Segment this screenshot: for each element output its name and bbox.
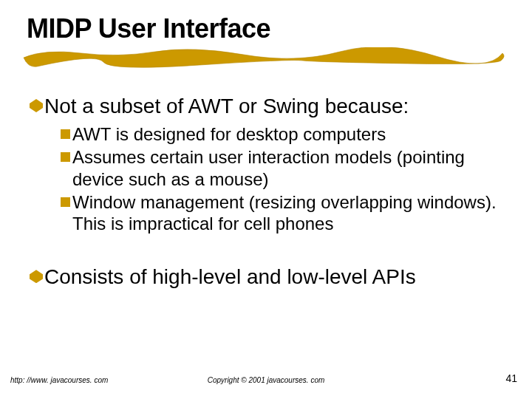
bullet-lvl2: Assumes certain user interaction models …	[61, 146, 505, 190]
bullet-lvl1: Consists of high-level and low-level API…	[30, 264, 505, 290]
bullet-lvl1: Not a subset of AWT or Swing because:	[30, 93, 505, 119]
slide: MIDP User Interface Not a subset of AWT …	[0, 0, 532, 399]
square-bullet-icon	[61, 152, 70, 162]
footer-left: http: //www. javacourses. com	[10, 376, 108, 384]
slide-number: 41	[505, 372, 517, 384]
bullet-text: Window management (resizing overlapping …	[72, 191, 505, 235]
bullet-text: Consists of high-level and low-level API…	[44, 264, 416, 290]
title-underline	[27, 50, 505, 72]
square-bullet-icon	[61, 129, 70, 139]
sub-bullets: AWT is designed for desktop computers As…	[30, 123, 505, 234]
slide-footer: Copyright © 2001 javacourses. com http: …	[0, 372, 532, 384]
slide-body: Not a subset of AWT or Swing because: AW…	[27, 93, 505, 290]
bullet-lvl2: AWT is designed for desktop computers	[61, 123, 505, 145]
square-bullet-icon	[61, 197, 70, 207]
bullet-text: AWT is designed for desktop computers	[72, 123, 386, 145]
bullet-text: Assumes certain user interaction models …	[72, 146, 505, 190]
hex-bullet-icon	[30, 99, 43, 112]
hex-bullet-icon	[30, 270, 43, 283]
bullet-lvl2: Window management (resizing overlapping …	[61, 191, 505, 235]
bullet-text: Not a subset of AWT or Swing because:	[44, 93, 409, 119]
slide-title: MIDP User Interface	[27, 13, 505, 44]
